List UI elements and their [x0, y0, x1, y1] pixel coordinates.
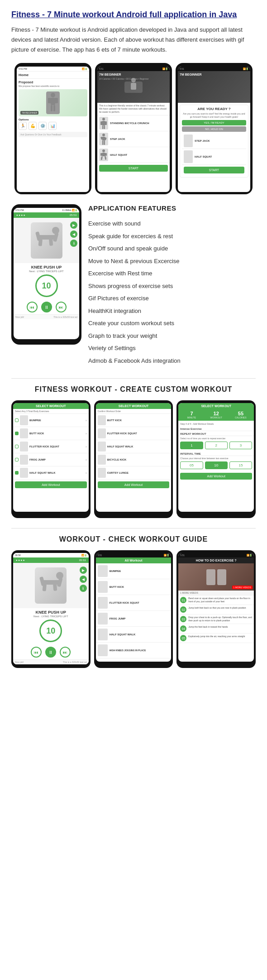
screen2-hero-sub: 14 Calories • 00 Calories • 00 Calories … [99, 77, 148, 80]
fp-next-label: Next : LYING TRICEPS LIFT [14, 270, 79, 273]
wp1-arrow-2: › [86, 445, 87, 449]
workout-phone-2: SELECT WORKOUT Confirm Workout Order BUT… [94, 400, 173, 518]
feature-item-6: Gif Pictures of exercise [88, 292, 256, 305]
wp3-minutes: 7 [180, 411, 203, 416]
gp2-figure-1 [98, 581, 108, 593]
fp-next-button[interactable]: ⏭ [56, 302, 67, 312]
gp2-figure-0 [98, 565, 108, 577]
svg-rect-38 [53, 584, 57, 591]
gp3-header: HOW TO DO EXCERCISE ? [178, 557, 254, 563]
screen1-subtitle: We propose few best scientific exercis t… [19, 85, 87, 87]
fp-pause-button[interactable]: ⏸ [41, 302, 52, 312]
fp-prev-button[interactable]: ⏮ [27, 302, 38, 312]
option-icon-1[interactable]: 🏃 [19, 122, 27, 130]
wp2-add-button[interactable]: Add Workout [98, 481, 170, 488]
fp-icon-2[interactable]: ◀ [70, 231, 77, 238]
gp1-progress: ● ● ● ● [16, 559, 25, 562]
wp1-item-2[interactable]: FLUTTER KICK SQUAT › [13, 440, 89, 453]
gp3-youtube-label[interactable]: 1 MORE VIDEOS [232, 586, 253, 589]
option-icon-2[interactable]: 💪 [29, 122, 37, 130]
svg-rect-11 [100, 121, 103, 125]
fp-progress: ● ● ● ● [16, 214, 25, 216]
wp1-checkbox-1[interactable] [15, 432, 19, 435]
screen1-proposed: Proposed [19, 81, 87, 84]
gp3-step-1: 01 Bend over or squat down and place you… [178, 596, 254, 605]
screen2-start-button[interactable]: START [99, 165, 168, 172]
wp1-checkbox-3[interactable] [15, 458, 19, 461]
wp1-header: SELECT WORKOUT [13, 403, 89, 409]
wp1-arrow-3: › [86, 458, 87, 462]
option-icon-4[interactable]: 📊 [48, 122, 57, 130]
wp1-name-2: FLUTTER KICK SQUAT [29, 445, 59, 448]
gp2-name-1: BUTT KICK [110, 586, 124, 588]
gp1-icon-3[interactable]: ℹ [80, 585, 87, 592]
svg-rect-5 [53, 105, 55, 111]
screen3-start-button[interactable]: START [184, 167, 244, 173]
wp3-repeat-3[interactable]: 3 [229, 442, 252, 449]
wp3-interval-05[interactable]: 05 [180, 461, 203, 469]
workout-phone-3: SELECT WORKOUT 7 MINUTE 12 WORKOUT 55 CA… [176, 400, 256, 518]
wp2-figure-4 [98, 468, 106, 478]
option-icon-3[interactable]: ⚙️ [38, 122, 47, 130]
wp2-figure-2 [98, 442, 106, 452]
gp1-next-label: Next : LYING TRICEPS LIFT [13, 615, 89, 618]
screen3-no-button[interactable]: NO, HOLD ON [182, 126, 246, 132]
wp1-checkbox-0[interactable] [15, 418, 19, 422]
fp-time: 5:51 PM [15, 209, 24, 211]
gp2-item-0: BUMPEE [96, 563, 172, 579]
feature-item-3: Move to Next & previous Excercise [88, 255, 256, 268]
gp3-step-4: 04 Jump the feet back in toward the hand… [178, 624, 254, 634]
wp2-item-0: BUTT KICK [96, 414, 172, 427]
screen3-yes-button[interactable]: YES, I'M READY [182, 120, 246, 125]
gp1-icon-2[interactable]: ◀ [80, 576, 87, 583]
fp-status-icons: 11.0Mb/s 📶🔋 [62, 209, 77, 211]
screen1-header: Home [17, 72, 89, 79]
svg-rect-14 [104, 125, 105, 129]
guide-phone-3: 5:51📶🔋 HOW TO DO EXCERCISE ? 1 MORE VIDE… [176, 550, 256, 668]
svg-rect-24 [105, 153, 107, 156]
gp3-step-text-5: Explosively jump into the air, reaching … [188, 635, 245, 641]
wp3-repeat-1[interactable]: 1 [180, 442, 203, 449]
wp2-item-3: BICYCLE KICK [96, 453, 172, 466]
svg-rect-20 [104, 140, 105, 145]
feature-item-7: HealthKit integration [88, 305, 256, 317]
gp2-name-0: BUMPEE [110, 570, 121, 572]
gp1-next-button[interactable]: ⏭ [60, 647, 71, 658]
wp3-repeat-2[interactable]: 2 [205, 442, 228, 449]
screen1-ask: Ask Querions Or Give Us Your Feedback [19, 132, 87, 137]
wp3-intense-label: Intense Exercise [178, 426, 254, 431]
fp-icon-3[interactable]: ℹ [70, 240, 77, 247]
wp1-name-1: BUTT KICK [29, 432, 44, 435]
wp1-item-1[interactable]: BUTT KICK › [13, 427, 89, 440]
fp-icon-1[interactable]: ▶ [70, 221, 77, 229]
wp3-interval-15[interactable]: 15 [229, 461, 252, 469]
wp3-step-label: Step 4 of 4 - Add Workout Details [178, 422, 254, 426]
wp3-add-button[interactable]: Add Workout [180, 473, 252, 480]
wp1-add-button[interactable]: Add Workout [15, 481, 87, 488]
exercise-item-3: HALF SQUAT [97, 147, 170, 163]
svg-point-15 [102, 134, 105, 136]
wp2-figure-3 [98, 455, 106, 465]
fp-ad-right: This is a 320x50 test ad [53, 316, 77, 318]
wp1-figure-0 [20, 415, 28, 425]
wp3-repeat-label: REPEAT WORKOUT [178, 431, 254, 436]
wp1-figure-3 [20, 455, 28, 465]
wp3-minutes-label: MINUTE [180, 416, 203, 419]
gp1-prev-button[interactable]: ⏮ [31, 647, 42, 658]
wp3-interval-label: INTERVAL TIME [178, 451, 254, 456]
wp1-item-3[interactable]: FROG JUMP › [13, 453, 89, 466]
wp2-name-1: FLUTTER KICK SQUAT [107, 432, 137, 435]
gp1-pause-button[interactable]: ⏸ [45, 647, 56, 658]
gp1-icon-1[interactable]: ▶ [80, 567, 87, 574]
feature-item-0: Exercise with sound [88, 217, 256, 230]
wp1-checkbox-2[interactable] [15, 445, 19, 448]
wp1-checkbox-4[interactable] [15, 471, 19, 475]
fp-timer-top: 05:53 [70, 214, 76, 216]
gp3-more-videos: 1 MORE VIDEOS [178, 591, 254, 596]
wp1-item-0[interactable]: BUMPEE › [13, 414, 89, 427]
gp2-name-5: HIGH KNEES JOGGING IN PLACE [110, 649, 146, 652]
gp2-item-2: FLUTTER KICK SQUAT [96, 595, 172, 611]
wp1-item-4[interactable]: HALF SQUAT WALK › [13, 466, 89, 480]
fp-ad-left: Nice job! [15, 316, 24, 318]
wp3-interval-10[interactable]: 10 [205, 461, 228, 469]
